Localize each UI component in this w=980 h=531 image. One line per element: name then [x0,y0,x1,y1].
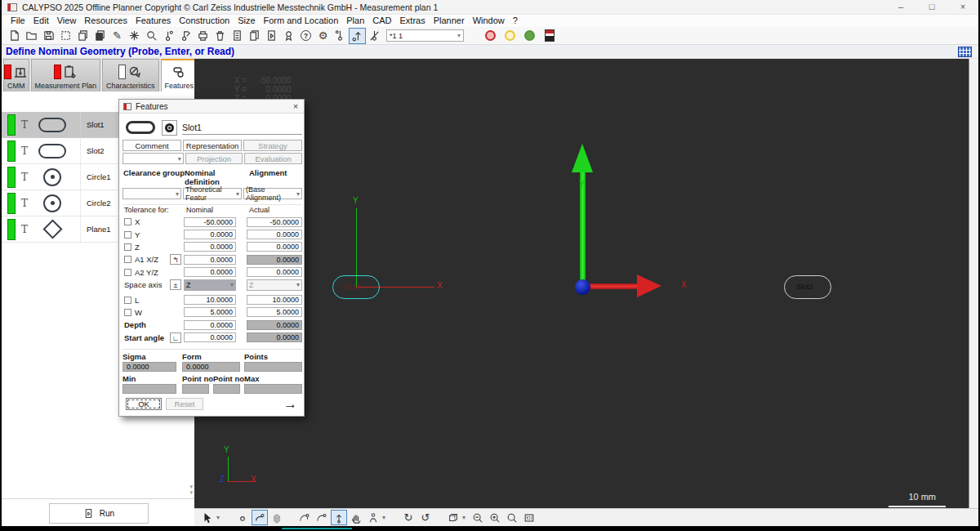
a2-nominal-field[interactable]: 0.0000 [184,267,236,277]
a2-checkbox[interactable] [124,269,131,276]
run-button[interactable]: Run [49,503,149,524]
z-checkbox[interactable] [124,243,131,251]
alignment-combobox[interactable]: (Base Alignment)▾ [243,188,302,199]
start-angle-button[interactable]: ∟ [170,332,181,343]
horizontal-scrollbar-thumb[interactable] [282,528,352,529]
a1-projection-button[interactable]: ↰ [170,254,181,265]
menu-window[interactable]: Window [469,15,509,27]
representation-button[interactable]: Representation [183,140,242,151]
menu-construction[interactable]: Construction [175,15,234,27]
probe-edit-icon[interactable] [177,28,194,44]
list-scroll-arrows[interactable]: ▾▾ [189,484,193,495]
menu-view[interactable]: View [53,15,81,27]
probe-up-icon[interactable] [349,28,366,44]
cursor-icon[interactable] [199,510,216,525]
status-red-light[interactable] [485,30,496,41]
select-point-icon[interactable] [234,510,251,525]
status-yellow-light[interactable] [505,30,515,41]
new-document-icon[interactable] [6,28,23,44]
x-checkbox[interactable] [124,218,131,225]
chevron-down-icon[interactable]: ▾ [216,514,223,521]
rotate-cw-icon[interactable]: ↻ [400,510,416,525]
dialog-close-icon[interactable]: × [287,101,304,111]
l-checkbox[interactable] [124,297,131,304]
next-feature-arrow-button[interactable]: → [283,398,297,410]
save-icon[interactable] [40,28,57,44]
x-nominal-field[interactable]: -50.0000 [184,217,236,227]
report-run-icon[interactable] [263,28,280,44]
certificate-icon[interactable] [280,28,297,44]
menu-features[interactable]: Features [131,15,175,27]
probe-changer-icon[interactable] [545,29,555,42]
menu-cad[interactable]: CAD [368,15,395,27]
y-nominal-field[interactable]: 0.0000 [184,230,236,239]
pattern-star-icon[interactable] [126,28,143,44]
paste-icon[interactable] [91,28,109,44]
space-axis-combobox[interactable]: Z▾ [184,279,236,291]
tab-features[interactable]: Features [161,59,198,91]
nominal-definition-combobox[interactable]: Theoretical Featur▾ [183,188,242,199]
probe-select-combobox[interactable]: *1 1 ▾ [386,29,464,42]
feature-name-field[interactable]: Slot1 [182,121,302,135]
probe-skip-icon[interactable] [366,28,383,44]
l-nominal-field[interactable]: 10.0000 [184,295,236,305]
depth-nominal-field[interactable]: 0.0000 [184,320,236,330]
tab-measurement-plan[interactable]: Measurement Plan [31,59,101,91]
menu-size[interactable]: Size [234,15,259,27]
open-folder-icon[interactable] [23,28,40,44]
help-icon[interactable]: ? [297,28,314,44]
close-button[interactable]: × [947,0,978,14]
measure-axis-icon[interactable] [331,510,347,525]
pan-hand-icon[interactable] [348,510,364,525]
a1-checkbox[interactable] [124,256,131,263]
tab-cmm[interactable]: CMM [3,59,29,91]
minimize-button[interactable]: – [885,0,916,14]
menu-plan[interactable]: Plan [342,15,368,27]
group-combobox[interactable]: ▾ [122,153,184,164]
clearance-group-combobox[interactable]: ▾ [122,188,181,199]
a1-nominal-field[interactable]: 0.0000 [184,255,236,265]
menu-planner[interactable]: Planner [430,15,469,27]
menu-form-and-location[interactable]: Form and Location [260,15,343,27]
comment-button[interactable]: Comment [122,140,181,151]
menu-help[interactable]: ? [509,15,522,27]
probe-cad-icon[interactable] [296,510,313,525]
settings-gear-icon[interactable]: ⚙ [314,28,332,44]
ok-button[interactable]: OK [126,398,162,410]
menu-resources[interactable]: Resources [80,15,131,27]
z-nominal-field[interactable]: 0.0000 [184,242,236,252]
space-axis-flip-button[interactable]: ± [170,279,181,290]
probe-view-icon[interactable] [252,510,268,525]
maximize-button[interactable]: □ [916,0,947,14]
zoom-out-icon[interactable] [470,510,486,525]
probe-qualify-icon[interactable] [160,28,177,44]
observer-icon[interactable] [365,510,381,525]
cad-viewport[interactable]: X =-50.0000 Y =0.0000 Z =0.0000 Y X Slot… [194,59,969,508]
report-copy-icon[interactable] [246,28,263,44]
report-icon[interactable] [229,28,246,44]
view-box-icon[interactable] [445,510,461,525]
menu-edit[interactable]: Edit [29,15,53,27]
status-green-light[interactable] [524,30,535,41]
menu-file[interactable]: File [7,15,29,27]
print-icon[interactable] [194,28,212,44]
rotate-ccw-icon[interactable]: ↺ [417,510,434,525]
menu-extras[interactable]: Extras [396,15,430,27]
dialog-title-bar[interactable]: Features × [119,100,304,114]
chevron-down-icon[interactable]: ▾ [382,514,389,521]
start-angle-nominal-field[interactable]: 0.0000 [184,332,236,342]
probe-mode-button[interactable] [162,120,177,136]
w-nominal-field[interactable]: 5.0000 [184,307,236,317]
w-checkbox[interactable] [124,309,131,316]
viewport-side-strip[interactable] [969,59,978,508]
tab-characteristics[interactable]: Characteristics [102,59,159,91]
probe-cad-alt-icon[interactable] [314,510,330,525]
y-checkbox[interactable] [124,231,131,239]
chevron-down-icon[interactable]: ▾ [462,514,469,521]
delete-icon[interactable] [212,28,229,44]
origin-sphere[interactable] [575,279,590,295]
cube-icon[interactable] [269,510,285,525]
copy-icon[interactable] [74,28,91,44]
cad-window-icon[interactable] [958,47,972,57]
pen-icon[interactable]: ✎ [109,28,126,44]
